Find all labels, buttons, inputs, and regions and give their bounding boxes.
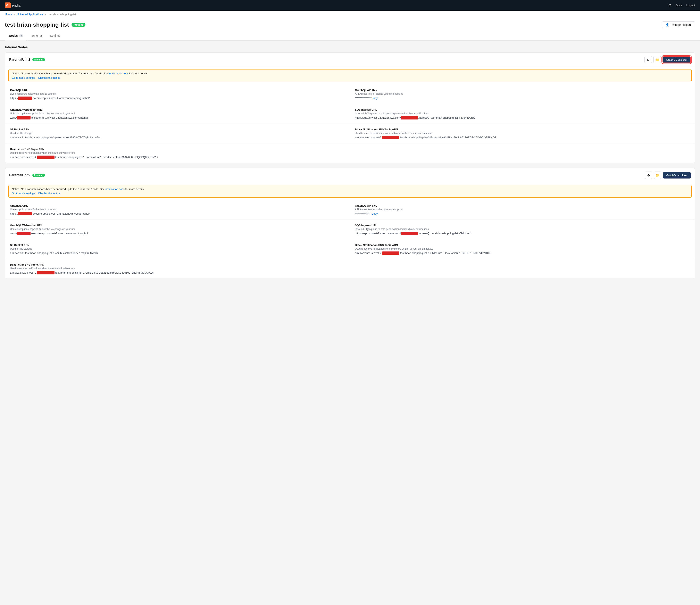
redacted-value: ██████ <box>17 232 30 235</box>
docs-link[interactable]: Docs <box>676 4 682 7</box>
gear-icon[interactable]: ⚙ <box>668 3 672 7</box>
page-title: test-brian-shopping-list <box>5 22 69 28</box>
breadcrumb-current: test-brian-shopping-list <box>49 13 76 16</box>
svg-text:endia: endia <box>12 4 21 7</box>
graphql-url-field-1: GraphQL URL Live endpoint to read/write … <box>5 84 350 104</box>
graphql-api-key-field-2: GraphQL API Key API Access key for calli… <box>350 200 695 220</box>
node-name-2: ParentalUnit2 <box>9 173 30 177</box>
redacted-value: ████████ <box>382 251 399 255</box>
person-add-icon: 👤 <box>666 23 669 26</box>
top-navigation: V endia ⚙ Docs Logout <box>0 0 700 11</box>
redacted-value: ████████ <box>401 116 418 120</box>
node-fields-1: GraphQL URL Live endpoint to read/write … <box>5 84 695 163</box>
copy-api-key-link-2[interactable]: Copy <box>372 212 378 215</box>
node-status-badge-1: Running <box>32 58 45 61</box>
dismiss-notice-link-1[interactable]: Dismiss this notice <box>38 76 60 79</box>
node-status-badge-2: Running <box>32 174 45 177</box>
graphql-explorer-button-1[interactable]: GraphQL explorer <box>662 56 691 63</box>
go-to-node-settings-link-2[interactable]: Go to node settings <box>12 192 35 195</box>
gear-icon: ⚙ <box>647 58 650 62</box>
graphql-websocket-url-field-1: GraphQL Websocket URL Uni subscription e… <box>5 104 350 124</box>
breadcrumb-universal-applications[interactable]: Universal Applications <box>17 13 43 16</box>
notice-banner-1: Notice: No error notifications have been… <box>8 69 692 82</box>
tab-settings[interactable]: Settings <box>46 31 65 41</box>
go-to-node-settings-link-1[interactable]: Go to node settings <box>12 76 35 79</box>
internal-nodes-title: Internal Nodes <box>5 46 695 49</box>
logout-link[interactable]: Logout <box>686 4 695 7</box>
graphql-websocket-url-field-2: GraphQL Websocket URL Uni subscription e… <box>5 220 350 240</box>
node-card-parental-unit1: ParentalUnit1 Running ⚙ 📁 GraphQL explor… <box>5 52 695 163</box>
s3-bucket-arn-field-2: S3 Bucket ARN Used for file storage arn:… <box>5 240 350 259</box>
notice-text-2: Notice: No error notifications have been… <box>12 187 688 191</box>
folder-icon-button-2[interactable]: 📁 <box>654 172 661 179</box>
redacted-value: ████████ <box>37 155 54 159</box>
nodes-count-badge: 4 <box>19 34 23 37</box>
node-fields-2: GraphQL URL Live endpoint to read/write … <box>5 200 695 279</box>
folder-icon-button-1[interactable]: 📁 <box>653 56 661 63</box>
breadcrumb-sep1: › <box>14 13 15 16</box>
logo-area: V endia <box>5 2 23 8</box>
invite-participant-button[interactable]: 👤 Invite participant <box>662 21 695 28</box>
s3-bucket-arn-field-1: S3 Bucket ARN Used for file storage arn:… <box>5 124 350 144</box>
node-card-parental-unit2: ParentalUnit2 Running ⚙ 📁 GraphQL explor… <box>5 168 695 279</box>
folder-icon: 📁 <box>655 58 659 62</box>
folder-icon: 📁 <box>655 173 660 177</box>
notice-banner-2: Notice: No error notifications have been… <box>8 185 692 198</box>
notification-docs-link-1[interactable]: notification docs <box>109 72 128 75</box>
node-name-1: ParentalUnit1 <box>9 58 30 61</box>
block-notification-sns-field-2: Block Notification SNS Topic ARN Used to… <box>350 240 695 259</box>
redacted-value: ██████ <box>17 116 30 120</box>
redacted-value: ██████ <box>18 97 32 100</box>
graphql-explorer-button-2[interactable]: GraphQL explorer <box>663 172 691 178</box>
node-card-header-2: ParentalUnit2 Running ⚙ 📁 GraphQL explor… <box>5 168 695 182</box>
sqs-ingress-url-field-1: SQS Ingress URL Inbound SQS queue to hol… <box>350 104 695 124</box>
tabs: Nodes 4 Schema Settings <box>5 31 695 41</box>
nav-right: ⚙ Docs Logout <box>668 3 695 7</box>
tab-schema[interactable]: Schema <box>27 31 46 41</box>
redacted-value: ████████ <box>401 232 418 235</box>
dead-letter-sns-field-2: Dead-letter SNS Topic ARN Used to receiv… <box>5 259 350 279</box>
main-content: Internal Nodes ParentalUnit1 Running ⚙ 📁… <box>0 41 700 288</box>
page-header: test-brian-shopping-list Running 👤 Invit… <box>0 18 700 41</box>
graphql-url-field-2: GraphQL URL Live endpoint to read/write … <box>5 200 350 220</box>
graphql-api-key-field-1: GraphQL API Key API Access key for calli… <box>350 84 695 104</box>
notification-docs-link-2[interactable]: notification docs <box>105 187 125 191</box>
redacted-value: ████████ <box>37 271 54 274</box>
dead-letter-sns-field-1: Dead-letter SNS Topic ARN Used to receiv… <box>5 144 350 163</box>
redacted-value: ██████ <box>18 212 32 216</box>
copy-api-key-link-1[interactable]: Copy <box>372 97 378 100</box>
breadcrumb-home[interactable]: Home <box>5 13 12 16</box>
tab-nodes[interactable]: Nodes 4 <box>5 31 27 41</box>
status-badge: Running <box>72 23 86 27</box>
notice-text-1: Notice: No error notifications have been… <box>12 72 688 75</box>
block-notification-sns-field-1: Block Notification SNS Topic ARN Used to… <box>350 124 695 144</box>
node-card-header-1: ParentalUnit1 Running ⚙ 📁 GraphQL explor… <box>5 53 695 67</box>
breadcrumb-sep2: › <box>45 13 46 16</box>
gear-icon: ⚙ <box>647 173 650 177</box>
svg-text:V: V <box>6 4 8 7</box>
dismiss-notice-link-2[interactable]: Dismiss this notice <box>38 192 60 195</box>
redacted-value: ████████ <box>382 136 399 139</box>
sqs-ingress-url-field-2: SQS Ingress URL Inbound SQS queue to hol… <box>350 220 695 240</box>
settings-icon-button-1[interactable]: ⚙ <box>645 56 652 63</box>
vendia-logo: V endia <box>5 2 23 8</box>
breadcrumb: Home › Universal Applications › test-bri… <box>0 11 700 18</box>
settings-icon-button-2[interactable]: ⚙ <box>645 172 652 179</box>
